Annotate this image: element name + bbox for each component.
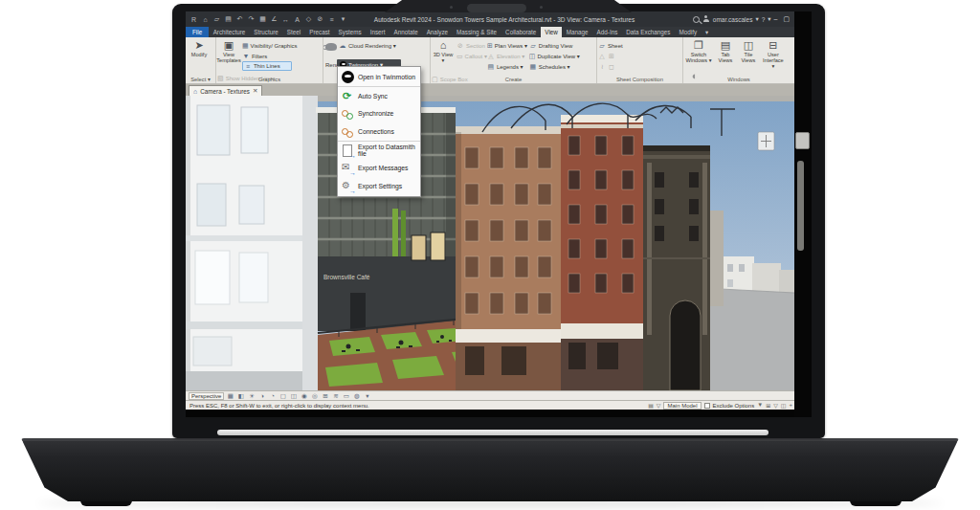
reveal-hidden-elements-icon[interactable]: ◎ [310,391,319,400]
user-avatar-icon[interactable] [702,15,710,23]
print-icon[interactable]: ▦ [257,14,268,25]
show-crop-region-icon[interactable]: ◫ [289,391,298,400]
search-icon[interactable] [693,16,700,23]
tab-views-button[interactable]: ▤ Tab Views [715,38,736,63]
ribbon-tab[interactable]: Structure [250,27,283,37]
view-templates-button[interactable]: ▣ View Templates [217,38,240,63]
save-icon[interactable]: ▤ [223,14,234,25]
document-tab-camera-textures[interactable]: ⌂ Camera - Textures ✕ [189,85,262,96]
visibility-graphics-button[interactable]: ▦ Visibility/ Graphics [242,40,292,51]
ribbon-tab[interactable]: Analyze [422,27,452,37]
twinmotion-menu-item[interactable]: Auto Sync [338,86,420,104]
editable-only-icon[interactable]: ▼ [757,402,763,409]
window-controls[interactable]: – ▢ [774,15,791,23]
ribbon-tab[interactable]: Manage [562,27,592,37]
reveal-constraints-icon[interactable]: ▭ [342,391,350,400]
navigation-bar-widget[interactable] [758,132,774,150]
scrollbar-thumb[interactable] [797,161,804,251]
signed-in-user[interactable]: omar.cascales [713,16,753,23]
temporary-hide-isolate-icon[interactable]: ◉ [300,391,308,400]
plan-views-button[interactable]: ⊞ Plan Views ▾ [487,40,527,51]
more-tools-icon[interactable]: ▾ [363,391,371,400]
twinmotion-menu-item[interactable]: → Export Messages [338,159,420,177]
text-note-icon[interactable]: A [292,14,302,25]
steering-wheel-icon[interactable]: ◍ [352,391,361,400]
ribbon-tab[interactable]: Modify [675,27,702,37]
thin-lines-button[interactable]: ≡ Thin Lines [242,61,292,71]
tile-views-button[interactable]: ◫ Tile Views [738,38,759,63]
twinmotion-menu-item[interactable]: → Export Settings [338,177,420,195]
visual-style-icon[interactable]: ◧ [236,391,245,400]
render-dialog-icon[interactable]: ◔ [268,391,277,400]
twinmotion-menu-item[interactable]: Open in Twinmotion [338,68,420,86]
twinmotion-menu-item[interactable]: → Export to Datasmith file [338,141,420,159]
aligned-dimension-icon[interactable]: ↔ [280,14,291,25]
detail-level-icon[interactable]: ▦ [226,391,234,400]
ribbon-tab[interactable]: Insert [366,27,390,37]
select-pinned-icon[interactable]: ▽ [773,402,778,409]
ribbon-tab[interactable]: View [541,27,563,37]
section-icon[interactable]: ⊘ [315,14,325,25]
worksets-icon[interactable]: ▤ [648,402,654,409]
user-interface-button[interactable]: ⊟ User Interface ▾ [761,38,786,69]
drafting-view-button[interactable]: ▱ Drafting View [529,40,575,51]
twinmotion-menu-item[interactable]: Synchronize [338,104,420,122]
measure-icon[interactable]: ∠ [269,14,279,25]
auto-sync [342,90,354,102]
sun-path-icon[interactable]: ☀ [247,391,256,400]
render-teapot-icon[interactable] [325,43,337,51]
connections [342,125,354,138]
ribbon-tab[interactable]: ▾ [702,27,713,37]
exclude-options-checkbox[interactable] [704,403,710,409]
user-menu-arrow-icon[interactable]: ▾ [755,15,758,23]
ribbon-tab[interactable]: Massing & Site [453,27,501,37]
ribbon-tab[interactable]: Architecture [209,27,250,37]
ribbon-tab[interactable]: Collaborate [501,27,541,37]
crop-view-icon[interactable]: ▢ [278,391,287,400]
close-tab-icon[interactable]: ✕ [253,87,257,95]
ribbon-tab[interactable]: File [186,27,209,37]
duplicate-view-button[interactable]: ◫ Duplicate View ▾ [529,51,575,61]
schedules-button[interactable]: ▦ Schedules ▾ [529,61,575,72]
open-file-icon[interactable]: ▱ [212,14,222,25]
displacement-sets-icon[interactable]: ≋ [331,391,340,400]
temporary-view-properties-icon[interactable]: ⊞ [321,391,329,400]
status-message: Press ESC, F8 or Shift-W to exit, or rig… [186,403,369,409]
ribbon-tab[interactable]: Steel [282,27,304,37]
revit-logo[interactable]: R [189,14,199,25]
ribbon-tab[interactable]: Add-Ins [592,27,622,37]
cloud-rendering-button[interactable]: ☁ Cloud Rendering ▾ [339,40,396,51]
switch-windows-button[interactable]: ❐ Switch Windows ▾ [684,38,713,63]
shadows-icon[interactable]: ◑ [257,391,266,400]
ribbon-tab[interactable]: Systems [334,27,366,37]
undo-icon[interactable]: ↶ [234,14,245,25]
twinmotion-menu-item[interactable]: Connections [338,122,420,141]
ribbon-tab[interactable]: Data Exchanges [622,27,675,37]
drawing-area[interactable]: Brownsville Café [186,96,794,390]
select-panel-footer[interactable]: Select ▾ [186,76,215,83]
select-links-icon[interactable]: ⊞ [766,402,770,409]
microphone-dot-left [450,6,453,9]
customize-qat-icon[interactable]: ▾ [338,14,348,25]
home-icon[interactable]: ⌂ [200,14,211,25]
help-button[interactable]: ? [762,16,766,23]
thin-lines-icon: ≡ [244,63,252,70]
default-3d-view-icon[interactable]: ◇ [303,14,314,25]
drag-on-selection-icon[interactable]: + [789,402,792,409]
redo-icon[interactable]: ↷ [246,14,256,25]
title-bar: R ⌂ ▱ ▤ ↶ ↷ ▦ [186,11,794,27]
matchline-button: ≀ ◻ [598,61,631,72]
design-options-dropdown[interactable]: Main Model [663,402,701,410]
help-menu-arrow-icon[interactable]: ▾ [768,15,770,23]
select-by-face-icon[interactable]: ◫ [781,402,787,409]
ribbon-tab[interactable]: Precast [305,27,334,37]
ribbon-tab[interactable]: Annotate [390,27,422,37]
design-options-icon[interactable]: ▽ [657,402,661,409]
sheet-button[interactable]: ▱ Sheet [598,40,631,51]
legends-button[interactable]: ▤ Legends ▾ [487,61,527,72]
view-scale-button[interactable]: Perspective [189,392,224,400]
modify-button[interactable]: ➤ Modify [187,38,212,57]
filters-button[interactable]: ▼ Filters [242,51,292,61]
3d-view-button[interactable]: ⌂ 3D View ▾ [432,38,455,63]
thin-lines-icon[interactable]: ≡ [326,14,337,25]
